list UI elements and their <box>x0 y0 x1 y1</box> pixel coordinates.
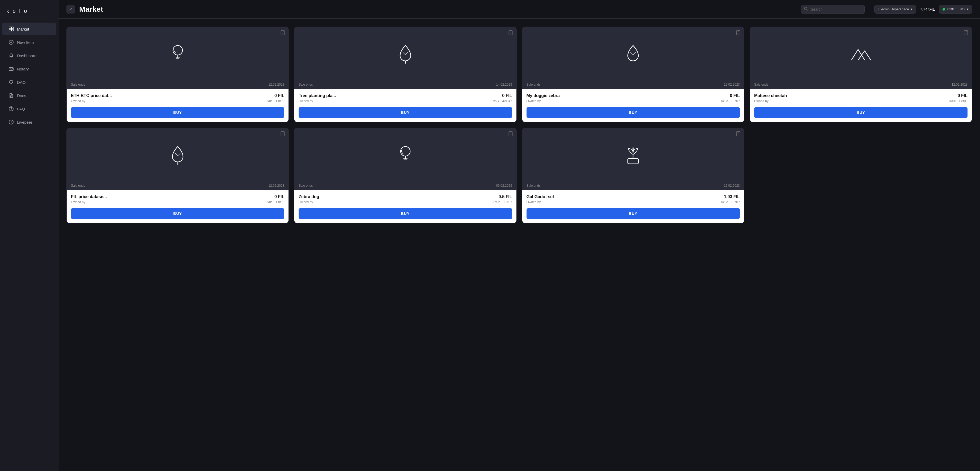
card-3-image <box>522 27 744 80</box>
wallet-address-label: 0x0c...E8f0 <box>947 7 964 11</box>
svg-point-32 <box>11 121 11 121</box>
file-icon <box>736 131 741 138</box>
svg-rect-44 <box>964 30 967 35</box>
sale-ends-label: Sale ends <box>71 83 85 86</box>
owned-by-label: Owned by <box>71 99 85 103</box>
bell-icon <box>8 53 14 58</box>
card-2-buy-button[interactable]: BUY <box>299 107 512 118</box>
sidebar-item-dao[interactable]: DAO <box>2 76 56 89</box>
card-7[interactable]: Sale ends 12.02.2023 Gal Gadot set 1.03 … <box>522 128 745 224</box>
sidebar-item-label: Dashboard <box>17 53 37 58</box>
sale-ends-label: Sale ends <box>299 83 313 86</box>
card-1[interactable]: Sale ends 12.02.2023 ETH BTC price dat..… <box>67 27 289 122</box>
card-6-image <box>294 128 516 181</box>
network-label: Filecoin Hyperspace <box>878 7 909 11</box>
owned-by-label: Owned by <box>527 99 541 103</box>
card-2-info: Tree planting pla... 0 FIL Owned by 0x5B… <box>294 89 516 122</box>
sidebar-item-label: Livepeer <box>17 120 32 125</box>
card-1-price: 0 FIL <box>274 93 284 98</box>
sidebar-nav: Market New Item Dashboard <box>0 22 58 129</box>
owned-by-label: Owned by <box>299 99 313 103</box>
sidebar-item-notary[interactable]: Notary <box>2 62 56 75</box>
sale-date: 12.02.2023 <box>724 83 740 86</box>
card-4-artwork <box>850 43 871 64</box>
sidebar-item-new-item[interactable]: New Item <box>2 36 56 49</box>
card-2-meta: Sale ends 14.02.2023 <box>294 80 516 89</box>
svg-point-33 <box>804 7 807 10</box>
card-3-buy-button[interactable]: BUY <box>527 107 740 118</box>
card-7-title: Gal Gadot set <box>527 195 554 199</box>
owned-by-label: Owned by <box>754 99 768 103</box>
file-icon <box>508 30 513 37</box>
card-7-price: 1.03 FIL <box>724 195 740 199</box>
header-right: Filecoin Hyperspace ▾ 7.74 tFIL 0x0c...E… <box>874 5 972 14</box>
sidebar-item-faq[interactable]: FAQ <box>2 102 56 115</box>
sidebar-item-docs[interactable]: Docs <box>2 89 56 102</box>
main-area: < Market Filecoin Hyperspace ▾ 7.74 tFIL… <box>59 0 980 471</box>
card-4-title: Maltese cheetah <box>754 93 787 98</box>
card-6[interactable]: Sale ends 06.02.2023 Zebra dog 0.5 FIL O… <box>294 128 516 224</box>
sidebar: k o l o Market New Item <box>0 0 59 471</box>
wallet-chevron-icon: ▾ <box>967 7 969 11</box>
card-5-buy-button[interactable]: BUY <box>71 208 284 219</box>
card-7-buy-button[interactable]: BUY <box>527 208 740 219</box>
search-input[interactable] <box>801 5 865 14</box>
card-1-buy-button[interactable]: BUY <box>71 107 284 118</box>
svg-rect-50 <box>509 132 512 136</box>
sidebar-toggle-button[interactable]: < <box>67 5 75 14</box>
file-icon <box>8 93 14 98</box>
wallet-address[interactable]: 0x0c...E8f0 ▾ <box>939 5 972 14</box>
card-3[interactable]: Sale ends 12.02.2023 My doggie zebra 0 F… <box>522 27 745 122</box>
card-4-buy-button[interactable]: BUY <box>754 107 967 118</box>
sale-ends-label: Sale ends <box>299 184 313 187</box>
card-2[interactable]: Sale ends 14.02.2023 Tree planting pla..… <box>294 27 516 122</box>
sale-date: 12.02.2023 <box>724 184 740 187</box>
card-4-price: 0 FIL <box>958 93 967 98</box>
sidebar-item-label: Docs <box>17 93 26 98</box>
sale-date: 12.02.2023 <box>951 83 967 86</box>
svg-point-29 <box>11 110 11 110</box>
card-7-owner: 0x0c....E8f0 : <box>721 200 740 204</box>
wallet-status-dot <box>943 8 945 11</box>
card-4-info: Maltese cheetah 0 FIL Owned by 0x0c....E… <box>750 89 972 122</box>
card-3-title: My doggie zebra <box>527 93 560 98</box>
svg-rect-41 <box>737 30 740 35</box>
help-circle-icon <box>8 106 14 112</box>
mail-icon <box>8 66 14 72</box>
card-2-artwork <box>395 43 416 64</box>
sidebar-item-market[interactable]: Market <box>2 22 56 35</box>
sidebar-item-label: Notary <box>17 67 29 71</box>
grid-icon <box>8 26 14 32</box>
card-6-buy-button[interactable]: BUY <box>299 208 512 219</box>
card-6-price: 0.5 FIL <box>499 195 512 199</box>
card-7-info: Gal Gadot set 1.03 FIL Owned by 0x0c....… <box>522 190 744 223</box>
sidebar-item-dashboard[interactable]: Dashboard <box>2 49 56 62</box>
card-1-meta: Sale ends 12.02.2023 <box>67 80 288 89</box>
svg-rect-53 <box>737 132 740 136</box>
header: < Market Filecoin Hyperspace ▾ 7.74 tFIL… <box>59 0 980 19</box>
card-3-meta: Sale ends 12.02.2023 <box>522 80 744 89</box>
card-7-image <box>522 128 744 181</box>
sale-date: 14.02.2023 <box>496 83 512 86</box>
page-title: Market <box>79 5 103 14</box>
sidebar-item-livepeer[interactable]: Livepeer <box>2 116 56 128</box>
card-5-title: FIL price datase... <box>71 195 107 199</box>
card-2-price: 0 FIL <box>502 93 512 98</box>
card-1-title: ETH BTC price dat... <box>71 93 112 98</box>
card-4-image <box>750 27 972 80</box>
info-circle-icon <box>8 120 14 125</box>
file-icon <box>963 30 969 37</box>
card-1-info: ETH BTC price dat... 0 FIL Owned by 0x0c… <box>67 89 288 122</box>
logo: k o l o <box>0 5 58 22</box>
network-selector[interactable]: Filecoin Hyperspace ▾ <box>874 5 916 14</box>
card-5-meta: Sale ends 12.02.2023 <box>67 181 288 190</box>
sale-date: 06.02.2023 <box>496 184 512 187</box>
card-4[interactable]: Sale ends 12.02.2023 Maltese cheetah 0 F… <box>750 27 972 122</box>
card-4-owner: 0x0c....E8f0 : <box>949 99 967 103</box>
card-6-artwork <box>395 144 416 165</box>
search-icon <box>804 7 808 11</box>
card-5[interactable]: Sale ends 12.02.2023 FIL price datase...… <box>67 128 289 224</box>
card-1-owner: 0x0c....E8f0 : <box>266 99 284 103</box>
balance-display: 7.74 tFIL <box>920 7 935 11</box>
svg-rect-14 <box>11 27 13 29</box>
